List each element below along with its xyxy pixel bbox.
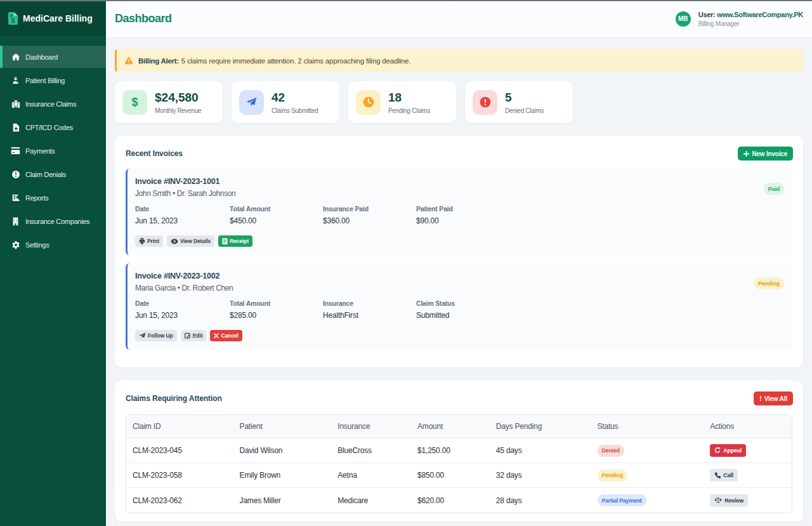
- svg-text:$: $: [11, 17, 15, 24]
